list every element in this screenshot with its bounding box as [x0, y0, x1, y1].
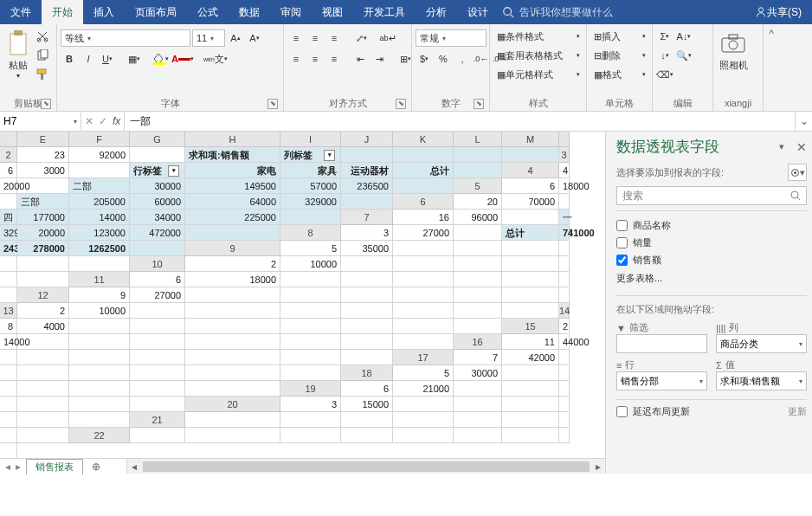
italic-button[interactable]: I [80, 50, 97, 68]
columns-drop-area[interactable]: 商品分类▾ [716, 334, 807, 353]
share-button[interactable]: 共享(S) [744, 5, 812, 20]
decrease-font-button[interactable]: A▾ [246, 29, 263, 47]
field-search-input[interactable]: 搜索 [616, 186, 807, 205]
row-header[interactable]: 16 [454, 334, 502, 350]
cancel-formula-button[interactable]: ✕ [85, 115, 93, 127]
tab-formulas[interactable]: 公式 [187, 0, 229, 24]
row-header[interactable]: 5 [454, 178, 502, 194]
filter-drop-area[interactable] [616, 334, 707, 353]
tab-insert[interactable]: 插入 [83, 0, 125, 24]
column-header[interactable]: F [69, 132, 130, 147]
format-painter-button[interactable] [34, 66, 51, 83]
row-header[interactable]: 13 [0, 303, 17, 319]
autosum-button[interactable]: Σ▾ [656, 28, 673, 45]
delete-cells-button[interactable]: ⊟ 删除 ▾ [590, 47, 649, 64]
font-dialog-launcher[interactable]: ⬊ [267, 99, 278, 109]
merge-center-button[interactable]: ⊞▾ [396, 50, 414, 68]
tab-file[interactable]: 文件 [0, 0, 42, 24]
tab-developer[interactable]: 开发工具 [353, 0, 416, 24]
field-checkbox-sales-qty[interactable]: 销量 [616, 234, 807, 251]
row-header[interactable]: 17 [393, 350, 454, 365]
formula-input[interactable]: 一部 [125, 112, 795, 131]
accounting-format-button[interactable]: $▾ [416, 50, 433, 68]
field-checkbox-sales-amount[interactable]: 销售额 [616, 251, 807, 268]
fill-color-button[interactable]: ▾ [152, 50, 170, 68]
phonetic-guide-button[interactable]: wén文▾ [203, 50, 228, 68]
sheet-nav-prev[interactable]: ◂ [5, 461, 10, 473]
tab-page-layout[interactable]: 页面布局 [125, 0, 187, 24]
column-header[interactable] [559, 132, 570, 147]
camera-button[interactable]: 照相机 [717, 26, 750, 95]
column-header[interactable]: I [280, 132, 341, 147]
cell-styles-button[interactable]: ▦ 单元格样式 ▾ [493, 66, 583, 83]
clipboard-dialog-launcher[interactable]: ⬊ [41, 99, 51, 109]
column-header[interactable]: H [185, 132, 280, 147]
column-header[interactable]: L [454, 132, 502, 147]
row-header[interactable]: 9 [185, 241, 280, 256]
row-header[interactable]: 6 [393, 194, 454, 210]
enter-formula-button[interactable]: ✓ [99, 115, 107, 127]
horizontal-scrollbar[interactable]: ◂▸ [126, 459, 605, 474]
format-cells-button[interactable]: ▦ 格式 ▾ [590, 66, 649, 83]
font-size-combo[interactable]: 11▾ [192, 29, 225, 47]
alignment-dialog-launcher[interactable]: ⬊ [396, 99, 406, 109]
cut-button[interactable] [34, 28, 51, 45]
row-header[interactable]: 19 [280, 381, 341, 397]
align-bottom-button[interactable]: ≡ [325, 29, 343, 47]
insert-cells-button[interactable]: ⊞ 插入 ▾ [590, 28, 649, 45]
column-header[interactable]: M [502, 132, 559, 147]
row-header[interactable]: 2 [0, 147, 17, 163]
column-header[interactable]: G [130, 132, 185, 147]
clear-button[interactable]: ⌫▾ [656, 66, 673, 83]
font-name-combo[interactable]: 等线▾ [61, 29, 190, 47]
column-header[interactable]: E [17, 132, 69, 147]
align-left-button[interactable]: ≡ [287, 50, 305, 68]
row-header[interactable]: 10 [130, 256, 185, 272]
align-middle-button[interactable]: ≡ [306, 29, 324, 47]
sort-filter-button[interactable]: A↓▾ [675, 28, 693, 45]
rows-drop-area[interactable]: 销售分部▾ [616, 371, 707, 390]
tab-design[interactable]: 设计 [457, 0, 499, 24]
tab-data[interactable]: 数据 [229, 0, 270, 24]
comma-button[interactable]: , [454, 50, 471, 68]
wrap-text-button[interactable]: ab↵ [379, 29, 396, 47]
align-center-button[interactable]: ≡ [306, 50, 324, 68]
row-header[interactable]: 4 [502, 163, 559, 178]
column-header[interactable]: J [341, 132, 393, 147]
sheet-tab[interactable]: 销售报表 [26, 459, 83, 474]
orientation-button[interactable]: ⤢▾ [352, 29, 370, 47]
more-tables-link[interactable]: 更多表格... [616, 272, 807, 285]
conditional-format-button[interactable]: ▦ 条件格式 ▾ [493, 28, 583, 45]
align-top-button[interactable]: ≡ [287, 29, 305, 47]
update-button[interactable]: 更新 [788, 405, 807, 418]
fill-button[interactable]: ↓▾ [656, 47, 673, 64]
pivot-row-filter-dropdown[interactable]: ▾ [168, 165, 179, 177]
tab-review[interactable]: 审阅 [270, 0, 312, 24]
font-color-button[interactable]: A▾ [171, 50, 194, 68]
defer-layout-checkbox[interactable] [616, 406, 628, 417]
row-header[interactable]: 7 [341, 210, 393, 225]
formula-bar-expand-button[interactable]: ⌄ [795, 112, 812, 131]
row-header[interactable]: 20 [185, 397, 280, 412]
find-select-button[interactable]: 🔍▾ [675, 47, 693, 64]
align-right-button[interactable]: ≡ [325, 50, 343, 68]
row-header[interactable]: 3 [559, 147, 570, 163]
insert-function-button[interactable]: fx [113, 115, 120, 127]
row-header[interactable]: 12 [17, 287, 69, 303]
worksheet-grid[interactable]: EFGHIJKLM22392000求和项:销售额列标签▾363000行标签▾家电… [0, 132, 605, 458]
border-button[interactable]: ▦▾ [126, 50, 143, 68]
paste-button[interactable]: 粘贴 ▾ [3, 26, 32, 95]
close-pane-button[interactable]: ✕ [796, 140, 807, 154]
tell-me-search[interactable]: 告诉我你想要做什么 [502, 5, 744, 20]
row-header[interactable]: 22 [69, 428, 130, 443]
underline-button[interactable]: U▾ [99, 50, 116, 68]
number-dialog-launcher[interactable]: ⬊ [474, 99, 484, 109]
percent-button[interactable]: % [435, 50, 452, 68]
row-header[interactable]: 15 [502, 319, 559, 334]
decrease-indent-button[interactable]: ⇤ [351, 50, 369, 68]
values-drop-area[interactable]: 求和项:销售额▾ [716, 371, 807, 390]
sheet-nav-next[interactable]: ▸ [16, 461, 21, 473]
row-header[interactable]: 8 [280, 225, 341, 241]
increase-decimal-button[interactable]: .0← [473, 50, 490, 68]
tab-analyze[interactable]: 分析 [416, 0, 457, 24]
